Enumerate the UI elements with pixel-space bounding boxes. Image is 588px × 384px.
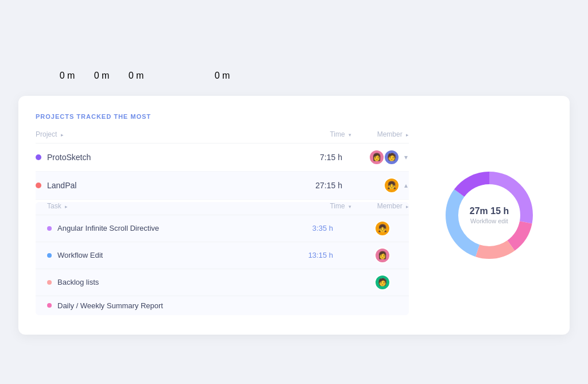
donut-center: 27m 15 h Workflow edit [470, 205, 509, 224]
donut-label-value: Workflow edit [470, 218, 509, 224]
workflow-task-members: 👩 [333, 247, 390, 263]
landpal-members: 👧 [342, 177, 400, 193]
avatar-landpal-1: 👧 [384, 177, 400, 193]
landpal-time: 27:15 h [296, 181, 342, 190]
task-row-angular[interactable]: Angular Infinite Scroll Directive 3:35 h… [36, 215, 409, 242]
landpal-collapse-button[interactable]: ▴ [403, 180, 409, 191]
summary-task-name: Daily / Weekly Summary Report [57, 301, 287, 310]
protosketch-dot [36, 154, 41, 160]
angular-task-time: 3:35 h [287, 224, 333, 232]
angular-task-dot [47, 226, 52, 231]
avatar-backlog-task: 🧑 [374, 274, 390, 290]
avatar-angular-task: 👧 [374, 220, 390, 236]
task-time-column-header: Time ▾ [305, 202, 351, 210]
timeline-segment-4 [156, 81, 202, 84]
task-table-header: Task ▸ Time ▾ Member ▸ [36, 202, 409, 215]
timeline-bar: 0 m 0 m 0 m 0 m [18, 50, 570, 84]
protosketch-expand-button[interactable]: ▾ [403, 152, 409, 162]
donut-chart: 27m 15 h Workflow edit [438, 164, 541, 267]
task-member-sort-icon[interactable]: ▸ [406, 204, 409, 210]
landpal-dot [36, 183, 41, 188]
timeline-segments: 0 m 0 m 0 m 0 m [41, 71, 547, 84]
project-row-protosketch[interactable]: ProtoSketch 7:15 h 👩 🧑 ▾ [36, 143, 409, 172]
project-row-landpal[interactable]: LandPal 27:15 h 👧 ▴ [36, 172, 409, 200]
timeline-segment-2: 0 m [87, 71, 116, 84]
protosketch-time: 7:15 h [296, 153, 342, 162]
table-header: Project ▸ Time ▾ Member ▸ [36, 130, 409, 143]
angular-task-name: Angular Infinite Scroll Directive [57, 224, 287, 232]
task-member-column-header: Member ▸ [351, 202, 409, 210]
timeline-label-1: 0 m [60, 71, 75, 81]
summary-task-dot [47, 303, 52, 308]
timeline-label-5: 0 m [215, 71, 230, 81]
avatar-protosketch-1: 👩 [369, 149, 385, 165]
backlog-task-name: Backlog lists [57, 278, 287, 286]
protosketch-members: 👩 🧑 [342, 149, 400, 165]
expanded-tasks-section: Task ▸ Time ▾ Member ▸ Angular Infin [36, 202, 409, 315]
workflow-task-name: Workflow Edit [57, 251, 287, 259]
workflow-task-dot [47, 253, 52, 258]
avatar-protosketch-2: 🧑 [384, 149, 400, 165]
task-column-header: Task ▸ [47, 202, 305, 210]
right-section: 27m 15 h Workflow edit [426, 113, 552, 317]
section-title: PROJECTS TRACKED THE MOST [36, 113, 409, 120]
timeline-segment-5: 0 m [208, 71, 237, 84]
backlog-task-members: 🧑 [333, 274, 390, 290]
time-column-header: Time ▾ [305, 130, 351, 138]
project-sort-icon[interactable]: ▸ [61, 132, 64, 138]
task-sort-icon[interactable]: ▸ [65, 204, 68, 210]
angular-task-members: 👧 [333, 220, 390, 236]
project-column-header: Project ▸ [36, 130, 305, 138]
donut-time-value: 27m 15 h [470, 205, 509, 216]
task-row-summary[interactable]: Daily / Weekly Summary Report [36, 296, 409, 315]
avatar-workflow-task: 👩 [374, 247, 390, 263]
timeline-segment-3: 0 m [122, 71, 150, 84]
task-row-backlog[interactable]: Backlog lists 🧑 [36, 269, 409, 296]
timeline-segment-8 [323, 81, 369, 84]
timeline-segment-7 [283, 81, 317, 84]
timeline-segment-6 [242, 81, 277, 84]
left-section: PROJECTS TRACKED THE MOST Project ▸ Time… [36, 113, 409, 317]
timeline-label-3: 0 m [129, 71, 144, 81]
backlog-task-dot [47, 280, 52, 285]
member-sort-icon[interactable]: ▸ [406, 132, 409, 138]
workflow-task-time: 13:15 h [287, 251, 333, 259]
protosketch-name: ProtoSketch [47, 153, 296, 162]
landpal-name: LandPal [47, 181, 296, 190]
page-wrapper: 0 m 0 m 0 m 0 m [18, 50, 570, 335]
timeline-label-2: 0 m [94, 71, 110, 81]
member-column-header: Member ▸ [351, 130, 409, 138]
main-card: PROJECTS TRACKED THE MOST Project ▸ Time… [18, 96, 570, 335]
timeline-segment-1: 0 m [53, 71, 82, 84]
task-row-workflow[interactable]: Workflow Edit 13:15 h 👩 [36, 242, 409, 269]
